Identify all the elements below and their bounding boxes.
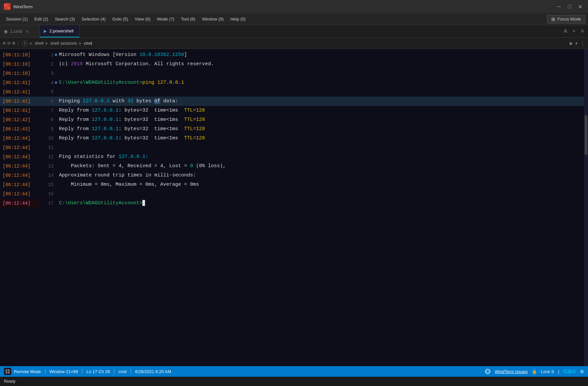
- svg-rect-7: [8, 372, 10, 373]
- more-tabs-button[interactable]: ≡: [579, 27, 585, 36]
- breadcrumb-sep3: ▶: [79, 40, 82, 46]
- close-button[interactable]: ✕: [576, 3, 584, 11]
- status-lock: 🔒: [532, 369, 537, 374]
- terminal-line-17: [06:12:44] 17 C:\Users\WDAGUtilityAccoun…: [0, 199, 584, 208]
- svg-rect-0: [5, 4, 7, 7]
- timestamp-10: [06:12:44]: [0, 134, 40, 143]
- yiyuanyuan-link[interactable]: 亿远云: [563, 368, 576, 374]
- line-num-11: 11: [40, 143, 56, 152]
- minimize-button[interactable]: ─: [555, 3, 563, 11]
- scrollbar-thumb[interactable]: [585, 115, 587, 155]
- menu-edit[interactable]: Edit (2): [31, 15, 52, 23]
- status-bar-right: WindTerm Issues 🔒 Lock S | 亿远云 ⚙: [485, 368, 584, 374]
- status-bar-left: Remote Mode | Window 21×89 | Ln 17 Ch 28…: [4, 368, 171, 375]
- line-num-14: 14: [40, 171, 56, 180]
- tab-cmd-label: 1.cmd: [10, 29, 22, 34]
- menu-goto[interactable]: Goto (5): [109, 15, 131, 23]
- app-logo: [4, 3, 11, 10]
- menu-window[interactable]: Window (9): [199, 15, 227, 23]
- tab-cmd-close[interactable]: ✕: [24, 28, 30, 35]
- terminal-line-16: [06:12:44] 16: [0, 189, 584, 199]
- line-content-9: Reply from 127.0.0.1: bytes=32 time<1ms …: [56, 124, 584, 134]
- menu-view[interactable]: View (6): [131, 15, 154, 23]
- line-content-4: C:\Users\WDAGUtilityAccount>ping 127.0.0…: [56, 78, 584, 87]
- menu-session[interactable]: Session (1): [3, 15, 31, 23]
- split-h-icon[interactable]: ⊞: [12, 40, 15, 46]
- timestamp-6: [06:12:41]: [0, 97, 40, 106]
- line-num-6: 6: [40, 97, 56, 106]
- terminal-line-8: [06:12:42] 8 Reply from 127.0.0.1: bytes…: [0, 115, 584, 124]
- terminal-line-12: [06:12:44] 12 Ping statistics for 127.0.…: [0, 152, 584, 162]
- cmd-icon: ▣: [4, 29, 8, 34]
- windterm-issues-link[interactable]: WindTerm Issues: [495, 369, 528, 374]
- menu-bar: Session (1) Edit (2) Search (3) Selectio…: [0, 13, 588, 25]
- breadcrumb-cmd[interactable]: cmd: [84, 41, 92, 46]
- split-v-icon[interactable]: ⊟: [7, 40, 10, 46]
- breadcrumb-shell[interactable]: shell: [35, 41, 44, 46]
- line-content-10: Reply from 127.0.0.1: bytes=32 time<1ms …: [56, 134, 584, 143]
- breadcrumb-bar: ⊕ ⊟ ⊞ i ▶ shell ▶ shell sessions ▶ cmd ▶…: [0, 38, 588, 49]
- down-icon[interactable]: ▾: [575, 40, 578, 47]
- forward-icon[interactable]: ▶: [570, 40, 573, 47]
- status-lock-label: Lock S: [541, 369, 554, 374]
- line-content-13: Packets: Sent = 4, Received = 4, Lost = …: [56, 162, 584, 171]
- status-settings-icon[interactable]: ⚙: [580, 369, 584, 374]
- line-num-7: 7: [40, 106, 56, 115]
- breadcrumb-sessions[interactable]: shell sessions: [50, 41, 77, 46]
- line-num-9: 9: [40, 124, 56, 134]
- timestamp-13: [06:12:44]: [0, 162, 40, 171]
- breadcrumb-menu-icon[interactable]: ⋮: [580, 40, 585, 47]
- timestamp-7: [06:12:41]: [0, 106, 40, 115]
- terminal-line-13: [06:12:44] 13 Packets: Sent = 4, Receive…: [0, 162, 584, 171]
- status-window-size: Window 21×89: [49, 369, 78, 374]
- status-shell: cmd: [119, 369, 127, 374]
- terminal-line-2: [06:11:10] 2 (c) 2019 Microsoft Corporat…: [0, 60, 584, 69]
- line-content-1: Microsoft Windows [Version 10.0.18362.12…: [56, 50, 584, 60]
- breadcrumb-sep2: ▶: [46, 40, 48, 46]
- tab-bar: ▣ 1.cmd ✕ ▶ 2.powershell A + ≡: [0, 25, 588, 38]
- terminal-content[interactable]: [06:11:10] 1 Microsoft Windows [Version …: [0, 49, 584, 366]
- timestamp-3: [06:11:10]: [0, 69, 40, 78]
- terminal-line-9: [06:12:43] 9 Reply from 127.0.0.1: bytes…: [0, 124, 584, 134]
- terminal-line-10: [06:12:44] 10 Reply from 127.0.0.1: byte…: [0, 134, 584, 143]
- status-datetime: 6/28/2021 6:20 AM: [135, 369, 171, 374]
- tab-ps-label: 2.powershell: [49, 28, 74, 33]
- timestamp-16: [06:12:44]: [0, 189, 40, 199]
- terminal-scrollbar[interactable]: [584, 49, 588, 366]
- add-tab-button[interactable]: +: [571, 27, 577, 36]
- new-session-icon[interactable]: ⊕: [3, 40, 5, 46]
- menu-selection[interactable]: Selection (4): [78, 15, 109, 23]
- menu-search[interactable]: Search (3): [52, 15, 78, 23]
- info-icon[interactable]: i: [22, 40, 28, 46]
- line-num-10: 10: [40, 134, 56, 143]
- tab-cmd[interactable]: ▣ 1.cmd ✕: [0, 25, 40, 37]
- ps-icon: ▶: [44, 29, 47, 33]
- line-num-12: 12: [40, 152, 56, 162]
- terminal-line-11: [06:12:44] 11: [0, 143, 584, 152]
- line-num-2: 2: [40, 60, 56, 69]
- timestamp-9: [06:12:43]: [0, 124, 40, 134]
- timestamp-8: [06:12:42]: [0, 115, 40, 124]
- terminal-line-4: [06:12:41] 4 C:\Users\WDAGUtilityAccount…: [0, 78, 584, 87]
- network-icon: [485, 368, 491, 374]
- terminal-area[interactable]: [06:11:10] 1 Microsoft Windows [Version …: [0, 49, 588, 366]
- line-num-17: 17: [40, 199, 56, 208]
- menu-help[interactable]: Help (0): [227, 15, 249, 23]
- timestamp-11: [06:12:44]: [0, 143, 40, 152]
- tab-bar-actions: A + ≡: [560, 25, 588, 37]
- line-num-13: 13: [40, 162, 56, 171]
- tab-powershell[interactable]: ▶ 2.powershell: [40, 25, 79, 37]
- line-num-5: 5: [40, 87, 56, 97]
- timestamp-4: [06:12:41]: [0, 78, 40, 87]
- ready-status: Ready: [4, 379, 16, 384]
- terminal-line-3: [06:11:10] 3: [0, 69, 584, 78]
- menu-mode[interactable]: Mode (7): [154, 15, 177, 23]
- status-cursor-icon: |: [558, 369, 559, 374]
- line-content-14: Approximate round trip times in milli-se…: [56, 171, 584, 180]
- app-title: WindTerm: [13, 4, 552, 9]
- menu-tool[interactable]: Tool (8): [178, 15, 199, 23]
- line-content-6: Pinging 127.0.0.1 with 32 bytes of data:: [56, 97, 584, 106]
- font-size-icon[interactable]: A: [563, 27, 568, 36]
- focus-mode-button[interactable]: ⊞ Focus Mode: [547, 15, 585, 24]
- maximize-button[interactable]: □: [565, 3, 573, 11]
